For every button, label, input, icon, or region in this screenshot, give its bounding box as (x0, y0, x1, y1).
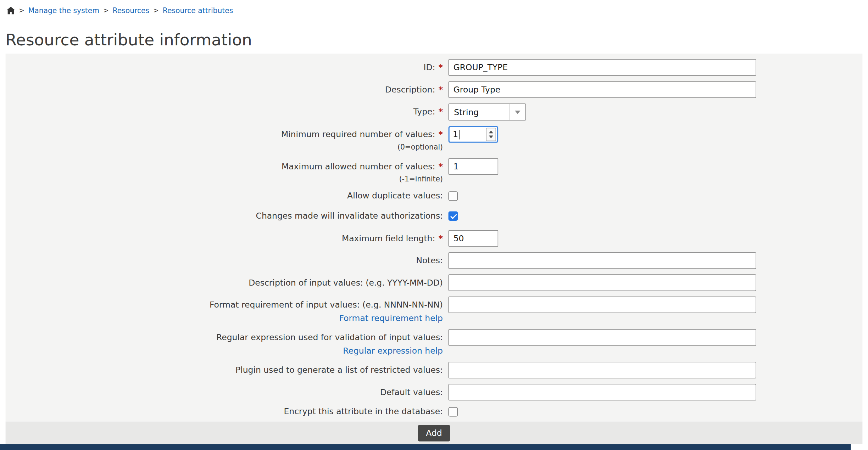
id-input[interactable] (449, 59, 756, 76)
description-label: Description: (385, 85, 435, 95)
input-values-description-input[interactable] (449, 274, 756, 291)
regex-input[interactable] (449, 329, 756, 346)
max-field-length-label: Maximum field length: (342, 234, 435, 243)
field-row-plugin: Plugin used to generate a list of restri… (6, 362, 863, 378)
default-values-input[interactable] (449, 384, 756, 400)
type-select[interactable]: String (449, 103, 526, 120)
min-values-label: Minimum required number of values: (281, 129, 435, 139)
required-asterisk: * (439, 85, 443, 95)
page-title: Resource attribute information (6, 30, 863, 49)
home-icon[interactable] (7, 7, 15, 15)
field-row-default-values: Default values: (6, 384, 863, 400)
type-select-value: String (454, 107, 509, 117)
required-asterisk: * (439, 62, 443, 72)
format-requirement-label: Format requirement of input values: (e.g… (210, 300, 443, 310)
field-row-invalidate-authorizations: Changes made will invalidate authorizati… (6, 210, 863, 221)
field-row-input-values-description: Description of input values: (e.g. YYYY-… (6, 274, 863, 291)
required-asterisk: * (439, 162, 443, 171)
field-row-allow-duplicates: Allow duplicate values: (6, 190, 863, 201)
min-values-input[interactable]: 1 (449, 126, 499, 143)
encrypt-checkbox[interactable] (449, 407, 458, 416)
notes-label: Notes: (416, 255, 443, 265)
field-row-encrypt: Encrypt this attribute in the database: (6, 406, 863, 417)
breadcrumb-separator: > (19, 7, 24, 15)
max-values-input[interactable] (449, 158, 499, 175)
allow-duplicates-checkbox[interactable] (449, 191, 458, 201)
plugin-input[interactable] (449, 362, 756, 378)
field-row-format-requirement: Format requirement of input values: (e.g… (6, 297, 863, 324)
required-asterisk: * (439, 129, 443, 139)
number-spinner[interactable] (486, 128, 496, 141)
add-button[interactable]: Add (418, 424, 450, 441)
required-asterisk: * (439, 107, 443, 117)
description-input[interactable] (449, 81, 756, 98)
max-values-label: Maximum allowed number of values: (282, 162, 435, 171)
form-footer: Add (6, 422, 863, 444)
type-label: Type: (413, 107, 435, 117)
spinner-down-icon[interactable] (489, 135, 493, 138)
field-row-max-values: Maximum allowed number of values:* (-1=i… (6, 158, 863, 185)
invalidate-authorizations-checkbox[interactable] (449, 211, 458, 221)
encrypt-label: Encrypt this attribute in the database: (284, 406, 443, 416)
footer-navy-bar (0, 444, 851, 450)
max-field-length-input[interactable] (449, 230, 499, 247)
breadcrumb-link-manage-the-system[interactable]: Manage the system (28, 6, 99, 15)
breadcrumb-separator: > (103, 7, 109, 15)
regex-help-link[interactable]: Regular expression help (343, 346, 443, 356)
plugin-label: Plugin used to generate a list of restri… (235, 365, 443, 375)
id-label: ID: (424, 62, 435, 72)
max-values-note: (-1=infinite) (6, 174, 443, 185)
notes-input[interactable] (449, 252, 756, 269)
breadcrumb: > Manage the system > Resources > Resour… (0, 0, 868, 16)
field-row-id: ID:* (6, 59, 863, 76)
field-row-type: Type:* String (6, 103, 863, 120)
field-row-max-field-length: Maximum field length:* (6, 230, 863, 247)
required-asterisk: * (439, 234, 443, 243)
field-row-min-values: Minimum required number of values:* (0=o… (6, 126, 863, 153)
chevron-down-icon (509, 104, 525, 120)
field-row-notes: Notes: (6, 252, 863, 269)
min-values-note: (0=optional) (6, 142, 443, 153)
spinner-up-icon[interactable] (489, 130, 493, 133)
default-values-label: Default values: (380, 387, 443, 397)
min-values-value: 1 (453, 129, 458, 139)
format-requirement-input[interactable] (449, 297, 756, 313)
page: > Manage the system > Resources > Resour… (0, 0, 868, 450)
breadcrumb-link-resource-attributes[interactable]: Resource attributes (163, 6, 233, 15)
breadcrumb-separator: > (153, 7, 159, 15)
breadcrumb-link-resources[interactable]: Resources (113, 6, 150, 15)
field-row-description: Description:* (6, 81, 863, 98)
form-panel: ID:* Description:* Type:* String (6, 54, 863, 421)
text-caret (459, 130, 460, 139)
allow-duplicates-label: Allow duplicate values: (347, 191, 443, 201)
input-values-description-label: Description of input values: (e.g. YYYY-… (249, 278, 443, 288)
invalidate-authorizations-label: Changes made will invalidate authorizati… (256, 211, 443, 221)
regex-label: Regular expression used for validation o… (216, 332, 443, 342)
format-requirement-help-link[interactable]: Format requirement help (339, 313, 443, 323)
field-row-regex: Regular expression used for validation o… (6, 329, 863, 356)
